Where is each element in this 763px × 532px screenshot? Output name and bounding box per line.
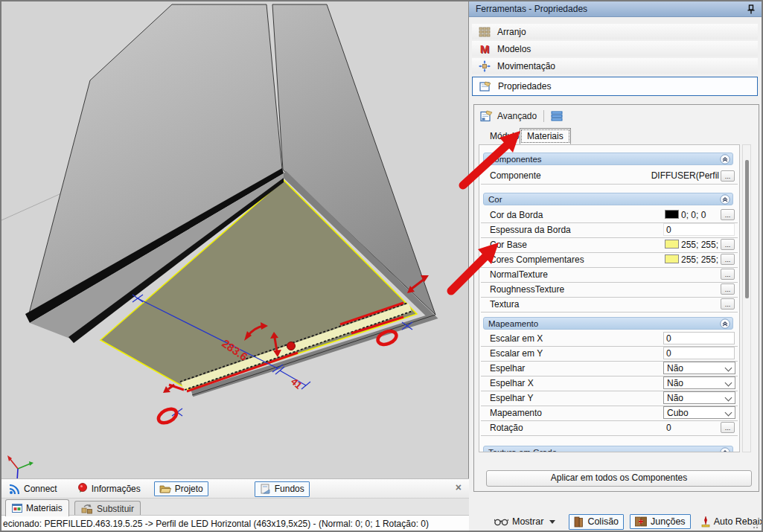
connect-button[interactable]: Connect <box>4 482 62 496</box>
espelhar-y-select[interactable]: Não <box>663 391 735 404</box>
property-label: Rotação <box>490 423 523 433</box>
advanced-label[interactable]: Avançado <box>497 111 537 121</box>
juncoes-icon <box>635 516 647 527</box>
property-label: Espessura da Borda <box>490 225 571 235</box>
colisao-label: Colisão <box>587 516 619 527</box>
viewport-toolbar: Connect Informações Projeto Fundos <box>1 478 469 499</box>
auto-rebaixar-icon <box>701 516 710 528</box>
color-swatch[interactable] <box>665 240 679 249</box>
property-value[interactable]: 0 <box>666 423 671 433</box>
sidebar-item-modelos[interactable]: M Modelos <box>472 41 758 57</box>
property-value[interactable]: 0; 0; 0 <box>681 210 720 220</box>
glasses-icon <box>494 518 508 526</box>
ellipsis-button[interactable]: ... <box>721 269 735 280</box>
property-label: Espelhar <box>490 363 525 374</box>
ellipsis-button[interactable]: ... <box>721 422 735 433</box>
section-header-cor[interactable]: Cor <box>483 193 733 205</box>
collapse-icon[interactable] <box>720 194 730 205</box>
property-grid: Componentes Componente DIFFUSER(Perfil .… <box>479 144 740 452</box>
sidebar-item-label: Movimentação <box>497 61 555 71</box>
tab-materiais-doc[interactable]: Materiais <box>5 499 69 516</box>
close-icon[interactable]: × <box>456 482 462 493</box>
sidebar-item-movimentacao[interactable]: Movimentação <box>472 58 758 74</box>
color-swatch[interactable] <box>665 210 679 219</box>
color-swatch[interactable] <box>665 254 679 263</box>
mostrar-button[interactable]: Mostrar <box>490 515 560 528</box>
ellipsis-button[interactable]: ... <box>721 298 735 310</box>
apply-all-button[interactable]: Aplicar em todos os Componentes <box>486 470 752 487</box>
property-value[interactable]: DIFFUSER(Perfil <box>593 170 719 181</box>
property-row-espelhar-x: Espelhar X Não <box>481 376 738 391</box>
sidebar-item-label: Modelos <box>497 44 531 54</box>
property-row-escalar-x: Escalar em X 0 <box>481 332 738 347</box>
list-view-icon[interactable] <box>551 111 563 121</box>
property-row-roughnesstexture: RoughnessTexture ... <box>481 283 738 298</box>
collapse-icon[interactable] <box>720 154 730 164</box>
dropdown-arrow-icon <box>549 520 555 524</box>
mapeamento-select[interactable]: Cubo <box>663 406 735 419</box>
substituir-icon <box>81 504 93 514</box>
property-value[interactable]: 255; 255; 12 <box>681 240 720 250</box>
advanced-toolbar: Avançado <box>480 108 563 124</box>
property-row-cor-base: Cor Base 255; 255; 12 ... <box>481 238 738 253</box>
properties-group-box: Avançado Módulo Materiais Componentes <box>473 104 759 492</box>
ellipsis-button[interactable]: ... <box>721 170 735 182</box>
arranjo-grid-icon <box>479 27 491 37</box>
scrollbar-thumb[interactable] <box>745 160 749 298</box>
ellipsis-button[interactable]: ... <box>721 254 735 265</box>
fundos-button[interactable]: Fundos <box>255 481 310 497</box>
scene-3d: 283.6 41 <box>1 1 468 478</box>
collapse-icon[interactable] <box>720 318 730 329</box>
properties-panel: Ferramentas - Propriedades Arranjo M Mod… <box>469 1 762 531</box>
property-label: Textura <box>490 299 519 310</box>
projeto-button[interactable]: Projeto <box>154 481 208 496</box>
advanced-icon[interactable] <box>480 110 493 122</box>
mostrar-label: Mostrar <box>512 516 543 527</box>
scrollbar[interactable] <box>742 144 751 452</box>
tab-materiais-label: Materiais <box>26 503 63 513</box>
property-label: NormalTexture <box>490 269 548 280</box>
tab-materiais[interactable]: Materiais <box>520 128 571 144</box>
chevron-down-icon <box>725 409 732 417</box>
espelhar-x-select[interactable]: Não <box>663 376 735 389</box>
section-header-clipped[interactable]: Textura em Grade <box>483 446 733 452</box>
sidebar-item-arranjo[interactable]: Arranjo <box>472 24 758 39</box>
chevron-down-icon <box>725 394 732 402</box>
property-row-rotacao: Rotação 0 ... <box>481 421 738 436</box>
ellipsis-button[interactable]: ... <box>721 283 735 295</box>
selection-status-text: ecionado: PERFILLED.463.19.5.25 -> Perfi… <box>3 519 429 529</box>
property-label: Componente <box>490 170 541 181</box>
document-tabs: Materiais Substituir <box>1 498 469 516</box>
move-arrows-icon <box>479 60 491 72</box>
ellipsis-button[interactable]: ... <box>721 239 735 250</box>
value-input[interactable]: 0 <box>663 223 735 236</box>
property-label: Escalar em Y <box>490 348 543 359</box>
property-value[interactable]: 255; 255; 12 <box>681 254 720 265</box>
espelhar-select[interactable]: Não <box>663 362 735 374</box>
section-header-componentes[interactable]: Componentes <box>483 153 733 165</box>
juncoes-button[interactable]: Junções <box>630 514 691 529</box>
section-header-mapeamento[interactable]: Mapeamento <box>483 317 733 330</box>
app-window: 283.6 41 Connect <box>0 0 763 532</box>
properties-form-icon <box>479 81 491 92</box>
resize-grip[interactable] <box>753 522 760 529</box>
panel-header: Ferramentas - Propriedades <box>469 1 762 17</box>
handle-sphere[interactable] <box>287 342 296 350</box>
value-input[interactable]: 0 <box>663 347 735 359</box>
sidebar-item-label: Arranjo <box>497 27 526 37</box>
informacoes-button[interactable]: Informações <box>72 481 145 496</box>
viewport-3d[interactable]: 283.6 41 <box>1 1 469 478</box>
value-input[interactable]: 0 <box>663 332 735 344</box>
info-balloon-icon <box>77 483 88 495</box>
tab-substituir-doc[interactable]: Substituir <box>74 501 141 516</box>
sidebar-item-label: Propriedades <box>498 81 551 92</box>
property-label: Espelhar Y <box>490 393 533 403</box>
colisao-button[interactable]: Colisão <box>569 514 624 530</box>
ellipsis-button[interactable]: ... <box>721 209 735 220</box>
sidebar-item-propriedades[interactable]: Propriedades <box>472 77 758 96</box>
collapse-icon[interactable] <box>720 447 730 452</box>
pin-icon[interactable] <box>747 4 756 14</box>
property-label: RoughnessTexture <box>490 284 564 295</box>
chevron-down-icon <box>725 379 732 387</box>
property-row-espelhar-y: Espelhar Y Não <box>481 391 738 406</box>
